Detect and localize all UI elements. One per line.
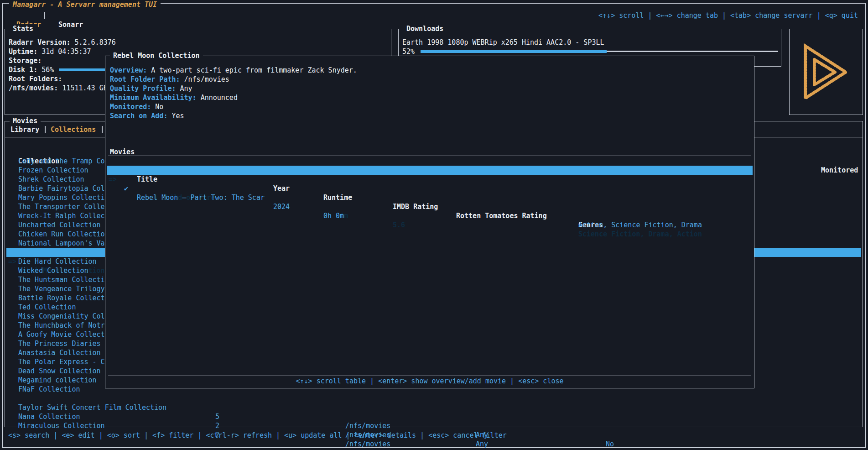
- stat-rootfolder-label: /nfs/movies:: [9, 84, 58, 92]
- stat-rootfolders-heading: Root Folders:: [9, 74, 62, 84]
- field-quality-profile-label: Quality Profile:: [110, 84, 176, 93]
- field-root-folder-path-label: Root Folder Path:: [110, 75, 180, 84]
- download-percent: 52%: [402, 47, 415, 56]
- movies-table-bottom-divider: [108, 376, 751, 376]
- movies-table-title: Movies: [110, 147, 135, 157]
- header-year: Year: [273, 184, 290, 193]
- movie-row-selected[interactable]: => ✔ ne: A Child of Fire 2023 2h 14m 5.6…: [107, 166, 753, 175]
- field-search-on-add-label: Search on Add:: [110, 112, 167, 120]
- header-imdb-rating: IMDB Rating: [393, 202, 438, 211]
- collection-name: Anastasia Collection: [18, 348, 101, 357]
- field-quality-profile-value: Any: [180, 84, 192, 93]
- collection-name: Mary Poppins Collecti: [18, 193, 105, 202]
- modal-help: <↑↓> scroll table | <enter> show overvie…: [105, 377, 754, 386]
- collection-movie-count: 2: [215, 421, 219, 430]
- stat-disk-label: Disk 1:: [9, 66, 37, 74]
- stat-uptime: Uptime:31d 04:35:37: [9, 47, 91, 56]
- tab-sonarr-wrap: Sonarr: [50, 11, 83, 20]
- stat-uptime-label: Uptime:: [9, 47, 37, 56]
- collection-name: A Goofy Movie Collect: [18, 330, 105, 339]
- field-quality-profile: Quality Profile:Any: [110, 84, 192, 93]
- collection-name: The Transporter Colle: [18, 202, 105, 211]
- collection-name: FNaF Collection: [18, 385, 80, 394]
- field-monitored: Monitored:No: [110, 102, 163, 111]
- collection-name: Chicken Run Collectio: [18, 230, 105, 239]
- stat-uptime-value: 31d 04:35:37: [42, 47, 91, 56]
- stat-version-label: Radarr Version:: [9, 38, 70, 47]
- collection-search-on-add: No: [606, 440, 614, 449]
- collection-root-folder: /nfs/movies: [345, 421, 390, 430]
- tab-divider: [44, 12, 45, 19]
- download-progress-gauge-fill: [421, 50, 607, 53]
- field-monitored-value: No: [155, 103, 163, 111]
- collection-name: National Lampoon's Va: [18, 239, 105, 248]
- download-progress-gauge: [421, 51, 778, 52]
- modal-title: Rebel Moon Collection: [110, 51, 203, 60]
- field-minimum-availability-value: Announced: [201, 94, 238, 102]
- field-monitored-label: Monitored:: [110, 103, 151, 111]
- collection-quality-profile: Any: [476, 440, 488, 449]
- movie-title: Rebel Moon – Part Two: The Scar: [137, 193, 265, 202]
- movie-row[interactable]: ✔ Rebel Moon – Part Two: The Scar 2024 0…: [107, 175, 753, 184]
- stats-panel-title: Stats: [10, 24, 36, 33]
- movies-table-header: ✔ Title Year Runtime IMDB Rating Rotten …: [107, 157, 753, 166]
- stat-version: Radarr Version:5.2.6.8376: [9, 38, 116, 47]
- collection-name: Lady and the Tramp Co: [18, 157, 105, 166]
- collection-name: Ted Collection: [18, 303, 76, 312]
- field-search-on-add: Search on Add:Yes: [110, 111, 184, 120]
- logo-panel: [789, 29, 863, 115]
- collection-details-modal: Rebel Moon Collection Overview:A two-par…: [105, 56, 754, 388]
- collection-name: Miss Congeniality Col: [18, 312, 105, 321]
- movie-runtime: 0h 0m: [323, 211, 344, 220]
- field-minimum-availability: Minimum Availability:Announced: [110, 93, 238, 102]
- stat-disk: Disk 1:56%: [9, 65, 54, 74]
- downloads-panel-title: Downloads: [403, 24, 447, 33]
- movies-tab-divider-1: [45, 126, 46, 133]
- bottom-help: <s> search | <e> edit | <o> sort | <f> f…: [8, 431, 507, 440]
- collection-name: Megamind collection: [18, 376, 97, 385]
- collection-name: Wreck-It Ralph Collec: [18, 211, 105, 220]
- collection-root-folder: /nfs/movies: [345, 440, 390, 449]
- field-root-folder-path: Root Folder Path:/nfs/movies: [110, 75, 229, 84]
- movie-check-icon: ✔: [124, 184, 128, 193]
- collection-name: Die Hard Collection: [18, 257, 97, 266]
- collection-name: The Polar Express - C: [18, 357, 105, 366]
- collection-name: Shrek Collection: [18, 175, 84, 184]
- movies-tab-divider-2: [102, 126, 103, 133]
- collection-row[interactable]: Nana Collection 2 /nfs/movies Any Yes: [6, 403, 861, 412]
- collection-name: The Princess Diaries: [18, 339, 101, 348]
- field-minimum-availability-label: Minimum Availability:: [110, 94, 197, 102]
- top-help: <↑↓> scroll | <←→> change tab | <tab> ch…: [598, 11, 858, 20]
- servarr-tab-bar: Radarr: [8, 11, 41, 20]
- stat-storage-heading: Storage:: [9, 56, 42, 65]
- collection-name: The Hunchback of Notr: [18, 321, 105, 330]
- download-item-title: Earth 1998 1080p WEBRip x265 Hindi AAC2.…: [402, 38, 604, 47]
- collection-name: Barbie Fairytopia Col: [18, 184, 105, 193]
- collection-name: Battle Royale Collect: [18, 293, 105, 303]
- collection-name: Uncharted Collection: [18, 220, 101, 230]
- movie-imdb-rating: 5.6: [393, 220, 405, 230]
- collection-name: Miraculous Collection: [18, 421, 105, 430]
- tab-collections[interactable]: Collections: [51, 125, 96, 134]
- field-root-folder-path-value: /nfs/movies: [184, 75, 229, 84]
- stat-rootfolder: /nfs/movies:11511.43 GB: [9, 84, 108, 93]
- stat-rootfolder-value: 11511.43 GB: [62, 84, 107, 92]
- tab-sonarr[interactable]: Sonarr: [58, 21, 83, 29]
- tab-library[interactable]: Library: [10, 125, 39, 134]
- header-rotten-tomatoes-rating: Rotten Tomatoes Rating: [456, 211, 547, 220]
- collection-row[interactable]: Miraculous Collection 2 /nfs/movies Any …: [6, 412, 861, 421]
- collection-name: Frozen Collection: [18, 166, 88, 175]
- field-search-on-add-value: Yes: [172, 112, 184, 120]
- stat-disk-percent: 56%: [42, 66, 54, 74]
- managarr-logo-icon: [799, 40, 853, 104]
- collection-row[interactable]: Taylor Swift Concert Film Collection 5 /…: [6, 394, 861, 403]
- collection-name: The Huntsman Collecti: [18, 275, 105, 284]
- app-title: Managarr - A Servarr management TUI: [9, 0, 161, 9]
- header-runtime: Runtime: [323, 193, 352, 202]
- collection-name: Wicked Collection: [18, 266, 88, 275]
- movies-panel-title: Movies: [10, 116, 41, 126]
- field-overview-value: A two-part sci-fi epic from filmmaker Za…: [151, 66, 357, 74]
- movie-genres: Action, Science Fiction, Drama: [578, 220, 702, 230]
- movies-table-title-divider: [108, 156, 751, 156]
- collection-name: The Vengeance Trilogy: [18, 284, 105, 293]
